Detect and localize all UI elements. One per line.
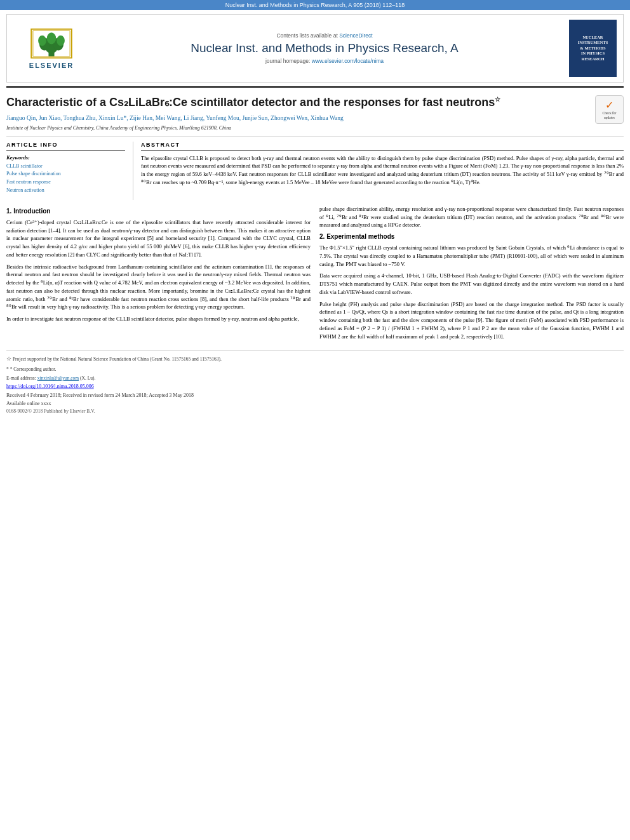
- svg-point-4: [47, 32, 57, 44]
- svg-point-5: [38, 35, 46, 45]
- introduction-title: 1. Introduction: [6, 208, 311, 215]
- article-title-area: Characteristic of a Cs₂LiLaBr₆:Ce scinti…: [6, 95, 589, 131]
- keyword-2: Pulse shape discrimination: [6, 170, 125, 178]
- footnote-star: ☆ Project supported by the National Natu…: [6, 355, 624, 364]
- intro-paragraph-2: Besides the intrinsic radioactive backgr…: [6, 263, 311, 312]
- check-icon: ✓: [605, 99, 613, 111]
- doi-line: https://doi.org/10.1016/j.nima.2018.05.0…: [6, 383, 624, 389]
- journal-header-center: Contents lists available at ScienceDirec…: [90, 32, 560, 64]
- elsevier-label: ELSEVIER: [29, 62, 74, 69]
- experimental-paragraph-2: Data were acquired using a 4-channel, 10…: [319, 272, 624, 296]
- experimental-paragraph-1: The Φ1.5″×1.5″ right CLLB crystal contai…: [319, 244, 624, 268]
- right-col-intro-p1: pulse shape discrimination ability, ener…: [319, 205, 624, 229]
- check-for-updates-badge: ✓ Check for updates: [595, 95, 624, 124]
- keyword-4: Neutron activation: [6, 187, 125, 195]
- journal-banner: Nuclear Inst. and Methods in Physics Res…: [0, 0, 630, 10]
- homepage-link[interactable]: www.elsevier.com/locate/nima: [312, 58, 384, 64]
- elsevier-tree-icon: [26, 28, 77, 60]
- article-info-column: ARTICLE INFO Keywords: CLLB scintillator…: [6, 142, 133, 200]
- abstract-header: ABSTRACT: [141, 142, 624, 150]
- star-mark: ☆: [495, 96, 500, 103]
- main-content: Characteristic of a Cs₂LiLaBr₆:Ce scinti…: [6, 86, 624, 414]
- body-section: 1. Introduction Cerium (Ce³⁺)-doped crys…: [6, 205, 624, 345]
- article-footer: ☆ Project supported by the National Natu…: [6, 350, 624, 414]
- experimental-title: 2. Experimental methods: [319, 233, 624, 240]
- keywords-label: Keywords:: [6, 154, 125, 161]
- keyword-3: Fast neutron response: [6, 178, 125, 187]
- journal-homepage: journal homepage: www.elsevier.com/locat…: [90, 58, 560, 64]
- keywords-section: Keywords: CLLB scintillator Pulse shape …: [6, 154, 125, 195]
- abstract-column: ABSTRACT The elpasolite crystal CLLB is …: [141, 142, 624, 200]
- banner-text: Nuclear Inst. and Methods in Physics Res…: [225, 2, 405, 8]
- article-title-section: Characteristic of a Cs₂LiLaBr₆:Ce scinti…: [6, 86, 624, 137]
- authors-line: Jianguo Qin, Jun Xiao, Tonghua Zhu, Xinx…: [6, 114, 589, 123]
- footnote-email: E-mail address: xinxinlu@aliyun.com (X. …: [6, 375, 624, 382]
- email-link[interactable]: xinxinlu@aliyun.com: [37, 375, 79, 381]
- footnote-corresponding: * * Corresponding author.: [6, 366, 624, 373]
- intro-paragraph-1: Cerium (Ce³⁺)-doped crystal Cs₂LiLaBr₆:C…: [6, 218, 311, 259]
- received-dates: Received 4 February 2018; Received in re…: [6, 392, 624, 400]
- experimental-paragraph-3: Pulse height (PH) analysis and pulse sha…: [319, 300, 624, 341]
- article-main-title: Characteristic of a Cs₂LiLaBr₆:Ce scinti…: [6, 95, 589, 110]
- keyword-1: CLLB scintillator: [6, 163, 125, 171]
- check-badge-text: Check for updates: [603, 111, 617, 119]
- article-info-header: ARTICLE INFO: [6, 142, 125, 150]
- sciencedirect-link[interactable]: ScienceDirect: [339, 32, 372, 39]
- abstract-text: The elpasolite crystal CLLB is proposed …: [141, 154, 624, 187]
- copyright-line: 0168-9002/© 2018 Published by Elsevier B…: [6, 408, 624, 414]
- publisher-logo: ELSEVIER: [13, 28, 90, 69]
- svg-point-6: [57, 35, 65, 45]
- info-abstract-section: ARTICLE INFO Keywords: CLLB scintillator…: [6, 142, 624, 200]
- body-right-column: pulse shape discrimination ability, ener…: [319, 205, 624, 345]
- journal-cover: NUCLEAR INSTRUMENTS & METHODS IN PHYSICS…: [560, 20, 617, 77]
- contents-available: Contents lists available at ScienceDirec…: [90, 32, 560, 39]
- journal-cover-image: NUCLEAR INSTRUMENTS & METHODS IN PHYSICS…: [569, 20, 617, 77]
- doi-link[interactable]: https://doi.org/10.1016/j.nima.2018.05.0…: [6, 383, 94, 389]
- available-online: Available online xxxx: [6, 400, 624, 408]
- body-left-column: 1. Introduction Cerium (Ce³⁺)-doped crys…: [6, 205, 311, 345]
- journal-header: ELSEVIER Contents lists available at Sci…: [6, 14, 624, 83]
- journal-title: Nuclear Inst. and Methods in Physics Res…: [90, 41, 560, 55]
- affiliation-line: Institute of Nuclear Physics and Chemist…: [6, 125, 589, 131]
- intro-paragraph-3: In order to investigate fast neutron res…: [6, 315, 311, 323]
